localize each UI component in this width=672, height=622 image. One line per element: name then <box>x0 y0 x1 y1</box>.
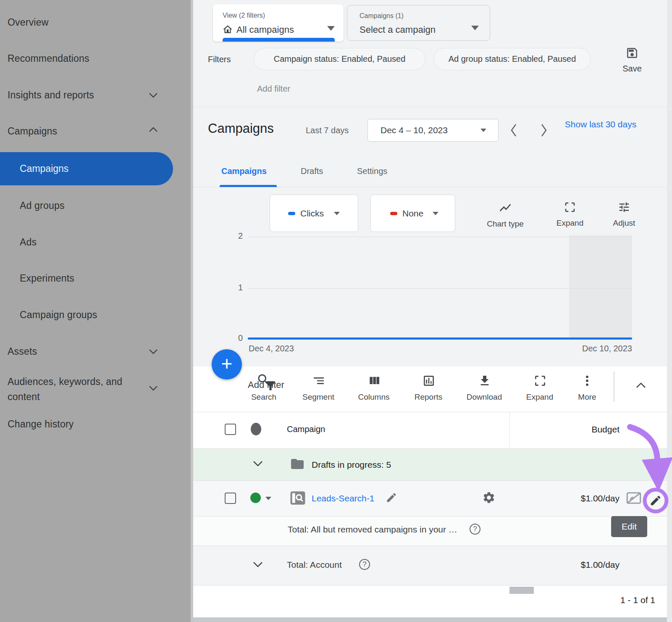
view-selector-value: All campaigns <box>236 24 294 35</box>
metric-selector-secondary[interactable]: None <box>370 195 455 232</box>
tab-campaigns[interactable]: Campaigns <box>221 166 267 176</box>
chevron-down-icon[interactable] <box>148 92 159 98</box>
sidebar-item-ads[interactable]: Ads <box>20 237 37 248</box>
x-axis-label-start: Dec 4, 2023 <box>249 344 294 353</box>
vertical-scrollbar-track[interactable] <box>667 0 672 622</box>
filter-chip-campaign-status[interactable]: Campaign status: Enabled, Paused <box>254 48 425 70</box>
chevron-down-icon[interactable] <box>148 385 159 391</box>
tab-settings[interactable]: Settings <box>357 166 387 176</box>
adjust-chart-button[interactable]: Adjust <box>601 201 647 228</box>
campaign-settings-gear-icon[interactable] <box>482 491 496 506</box>
metric-color-swatch <box>288 212 295 215</box>
select-all-checkbox[interactable] <box>225 424 236 435</box>
chart-type-button[interactable]: Chart type <box>482 201 528 229</box>
active-view-indicator <box>223 38 335 42</box>
chevron-up-icon[interactable] <box>148 126 159 133</box>
next-period-button[interactable] <box>539 123 549 140</box>
sidebar-item-assets[interactable]: Assets <box>8 346 37 357</box>
campaign-name-link[interactable]: Leads-Search-1 <box>312 493 374 503</box>
tab-drafts[interactable]: Drafts <box>301 166 323 176</box>
metric-color-swatch <box>390 212 397 215</box>
row-checkbox[interactable] <box>225 493 236 504</box>
row-divider <box>193 546 667 546</box>
filter-chip-ad-group-status[interactable]: Ad group status: Enabled, Paused <box>433 48 591 70</box>
tabs-divider <box>193 187 672 187</box>
pagination-status: 1 - 1 of 1 <box>563 595 655 605</box>
chart-type-label: Chart type <box>482 219 528 229</box>
campaign-selector-value: Select a campaign <box>360 24 436 35</box>
expand-chart-button[interactable]: Expand <box>547 201 593 228</box>
chevron-down-icon <box>433 212 438 215</box>
edit-name-pencil-icon[interactable] <box>386 492 397 505</box>
status-dropdown-icon[interactable] <box>265 497 271 500</box>
sidebar: Overview Recommendations Insights and re… <box>0 0 193 622</box>
toolbar-expand-label[interactable]: Expand <box>517 393 563 402</box>
help-icon[interactable]: ? <box>359 559 370 570</box>
toolbar-more-label[interactable]: More <box>564 393 610 402</box>
filters-label: Filters <box>208 55 231 64</box>
page-title: Campaigns <box>208 121 274 136</box>
status-enabled-dot[interactable] <box>250 493 261 503</box>
collapse-table-button[interactable] <box>635 382 647 391</box>
toolbar-download-label[interactable]: Download <box>461 393 507 402</box>
column-header-budget[interactable]: Budget <box>509 424 620 435</box>
chart-type-icon <box>499 201 512 214</box>
date-range-value: Dec 4 – 10, 2023 <box>381 125 448 135</box>
sidebar-item-campaigns-parent[interactable]: Campaigns <box>8 126 57 137</box>
bottom-scrollbar-track[interactable] <box>193 617 672 622</box>
reports-icon[interactable] <box>422 374 436 389</box>
more-icon[interactable] <box>580 374 594 389</box>
plus-icon: + <box>221 354 233 373</box>
sidebar-item-overview[interactable]: Overview <box>8 17 48 28</box>
gridline-y2 <box>248 237 632 237</box>
sidebar-item-campaigns-selected[interactable]: Campaigns <box>0 152 173 185</box>
campaign-selector[interactable]: Campaigns (1) Select a campaign <box>347 5 490 41</box>
sidebar-item-experiments[interactable]: Experiments <box>20 273 74 284</box>
drafts-group-label[interactable]: Drafts in progress: 5 <box>312 460 391 470</box>
total-account-budget: $1.00/day <box>509 560 620 570</box>
row-divider <box>193 516 667 517</box>
budget-report-disabled-icon <box>625 489 643 509</box>
drafts-group-row <box>193 448 667 480</box>
download-icon[interactable] <box>478 374 491 389</box>
add-filter-link[interactable]: Add filter <box>257 84 290 94</box>
status-column-icon <box>251 423 261 435</box>
table-bottom-border <box>193 585 667 585</box>
edit-budget-pencil-icon[interactable] <box>649 494 662 509</box>
expand-total-icon[interactable] <box>252 561 264 570</box>
sidebar-item-campaign-groups[interactable]: Campaign groups <box>20 309 97 321</box>
help-icon[interactable]: ? <box>470 524 480 535</box>
row-divider <box>193 480 667 481</box>
sidebar-item-audiences-keywords-content[interactable]: Audiences, keywords, and content <box>8 374 146 404</box>
sidebar-item-ad-groups[interactable]: Ad groups <box>20 200 65 211</box>
date-range-picker[interactable]: Dec 4 – 10, 2023 <box>368 119 499 142</box>
toolbar-segment-label[interactable]: Segment <box>295 393 341 402</box>
sidebar-item-insights-and-reports[interactable]: Insights and reports <box>8 90 94 101</box>
total-all-label: Total: All but removed campaigns in your… <box>288 524 457 535</box>
y-axis-tick-2: 2 <box>232 231 243 241</box>
add-campaign-fab[interactable]: + <box>212 349 242 380</box>
sidebar-item-recommendations[interactable]: Recommendations <box>8 53 89 64</box>
chevron-down-icon[interactable] <box>148 348 159 355</box>
column-header-campaign[interactable]: Campaign <box>287 424 325 434</box>
toolbar-reports-label[interactable]: Reports <box>405 393 452 402</box>
horizontal-scrollbar-thumb[interactable] <box>509 587 534 594</box>
save-button[interactable]: Save <box>615 46 649 74</box>
show-last-30-days-link[interactable]: Show last 30 days <box>563 118 638 131</box>
home-icon <box>222 24 233 35</box>
campaign-selector-label: Campaigns (1) <box>360 12 404 20</box>
expand-label: Expand <box>547 219 593 228</box>
adjust-label: Adjust <box>601 219 647 228</box>
metric-selector-primary[interactable]: Clicks <box>270 195 358 232</box>
expand-icon <box>564 201 576 213</box>
columns-icon[interactable] <box>368 374 381 389</box>
x-axis-label-end: Dec 10, 2023 <box>548 344 632 353</box>
collapse-group-icon[interactable] <box>252 460 264 469</box>
toolbar-columns-label[interactable]: Columns <box>351 393 397 402</box>
view-selector[interactable]: View (2 filters) All campaigns <box>213 4 344 42</box>
sidebar-item-change-history[interactable]: Change history <box>8 419 74 430</box>
chevron-down-icon <box>480 129 486 132</box>
segment-icon[interactable] <box>312 374 326 389</box>
expand-table-icon[interactable] <box>533 374 547 389</box>
previous-period-button[interactable] <box>509 123 518 140</box>
